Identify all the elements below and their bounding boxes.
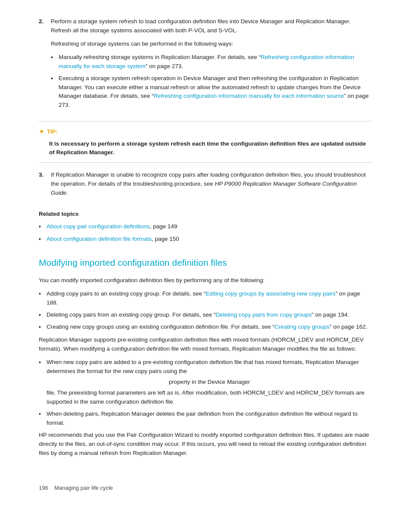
bullet-item: Manually refreshing storage systems in R… <box>51 53 372 71</box>
link-about-copy-pair[interactable]: About copy pair configuration definition… <box>47 223 149 230</box>
link-editing-copy-groups[interactable]: Editing copy groups by associating new c… <box>206 290 336 297</box>
step-2-content: Perform a storage system refresh to load… <box>51 17 372 113</box>
section-bullet-text: Creating new copy groups using an existi… <box>47 323 367 332</box>
footer-section: Managing pair life cycle <box>54 485 113 491</box>
related-topic-item: About configuration definition file form… <box>39 235 372 244</box>
related-topics: Related topics About copy pair configura… <box>39 210 372 244</box>
bullet-text: Executing a storage system refresh opera… <box>59 74 372 110</box>
link-refreshing-info-source[interactable]: Refreshing configuration information man… <box>154 93 344 99</box>
section-para2: HP recommends that you use the Pair Conf… <box>39 431 372 458</box>
page: 2. Perform a storage system refresh to l… <box>0 0 411 532</box>
mixed-bullet-text: When new copy pairs are added to a pre-e… <box>47 358 372 407</box>
mixed-bullet-item: When new copy pairs are added to a pre-e… <box>39 358 372 407</box>
related-topic-item: About copy pair configuration definition… <box>39 222 372 232</box>
step-2-number: 2. <box>39 17 47 113</box>
tip-content: It is necessary to perform a storage sys… <box>49 140 372 158</box>
tip-box: ✦ TIP: It is necessary to perform a stor… <box>39 121 372 163</box>
section-bullet-text: Adding copy pairs to an existing copy gr… <box>47 289 372 308</box>
tip-header: ✦ TIP: <box>39 127 372 137</box>
step-2-sub: Refreshing of storage systems can be per… <box>51 40 372 49</box>
link-deleting-copy-pairs[interactable]: Deleting copy pairs from copy groups <box>215 311 311 318</box>
link-about-config-formats[interactable]: About configuration definition file form… <box>47 236 152 242</box>
bullet-item: Executing a storage system refresh opera… <box>51 74 372 110</box>
tip-icon: ✦ <box>39 127 44 137</box>
section-bullet-text: Deleting copy pairs from an existing cop… <box>47 311 349 320</box>
section-para1: Replication Manager supports pre-existin… <box>39 336 372 354</box>
section-heading: Modifying imported configuration definit… <box>39 256 372 270</box>
section-bullets: Adding copy pairs to an existing copy gr… <box>39 289 372 332</box>
step-3-text: If Replication Manager is unable to reco… <box>51 171 372 198</box>
section-bullet-item: Deleting copy pairs from an existing cop… <box>39 311 372 320</box>
step-2-main: Perform a storage system refresh to load… <box>51 17 372 35</box>
step-2-bullets: Manually refreshing storage systems in R… <box>51 53 372 110</box>
section-intro: You can modify imported configuration de… <box>39 276 372 285</box>
step-3: 3. If Replication Manager is unable to r… <box>39 171 372 202</box>
mixed-bullet-text: When deleting pairs, Replication Manager… <box>47 410 372 428</box>
related-topic-text: About copy pair configuration definition… <box>47 222 177 231</box>
tip-label: TIP: <box>47 128 58 136</box>
footer: 196 Managing pair life cycle <box>39 484 372 492</box>
mixed-format-bullets: When new copy pairs are added to a pre-e… <box>39 358 372 427</box>
step-2: 2. Perform a storage system refresh to l… <box>39 17 372 113</box>
section-bullet-item: Adding copy pairs to an existing copy gr… <box>39 289 372 308</box>
mixed-bullet-item: When deleting pairs, Replication Manager… <box>39 410 372 428</box>
footer-page-number: 196 <box>39 485 48 491</box>
step-3-number: 3. <box>39 171 47 202</box>
link-creating-copy-groups[interactable]: Creating copy groups <box>274 324 330 330</box>
step-3-content: If Replication Manager is unable to reco… <box>51 171 372 202</box>
section-bullet-item: Creating new copy groups using an existi… <box>39 323 372 332</box>
related-topics-list: About copy pair configuration definition… <box>39 222 372 244</box>
bullet-text: Manually refreshing storage systems in R… <box>59 53 372 71</box>
related-topic-text: About configuration definition file form… <box>47 235 179 244</box>
related-topics-header: Related topics <box>39 210 372 219</box>
